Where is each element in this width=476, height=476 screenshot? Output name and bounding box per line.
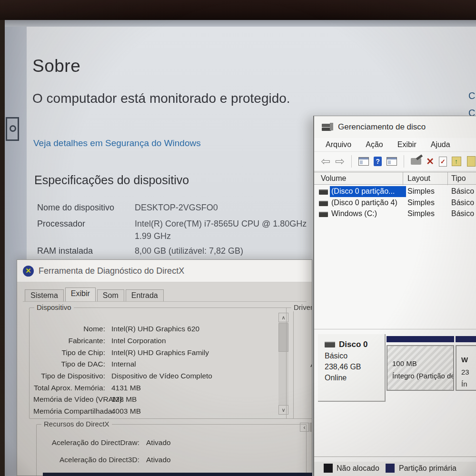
volume-type: Básico <box>451 187 474 196</box>
hscrollbar-thumb[interactable] <box>310 423 312 432</box>
volume-row-selected[interactable]: (Disco 0 partição... Simples Básico <box>314 186 476 198</box>
volume-layout: Simples <box>407 187 435 196</box>
toolbar-separator <box>404 155 404 168</box>
field-value: Intel(R) UHD Graphics 620 <box>111 325 199 333</box>
spec-value-device-name: DESKTOP-2VGSFO0 <box>135 203 218 213</box>
tab-som[interactable]: Som <box>97 289 124 301</box>
partition-name-fragment: W <box>461 354 476 366</box>
windows-security-link[interactable]: Veja detalhes em Segurança do Windows <box>33 138 201 149</box>
field-value: Intel(R) UHD Graphics Family <box>111 348 209 357</box>
tab-sistema[interactable]: Sistema <box>25 289 64 301</box>
menu-acao[interactable]: Ação <box>366 140 383 149</box>
tab-panel-border <box>23 301 307 302</box>
cropped-toolbar-icon[interactable] <box>467 156 476 167</box>
console-tree-icon[interactable] <box>358 157 369 166</box>
disk-management-window: Gerenciamento de disco Arquivo Ação Exib… <box>313 116 476 476</box>
dxdiag-titlebar[interactable]: ✕ Ferramenta de Diagnóstico do DirectX <box>17 260 312 282</box>
volume-name: (Disco 0 partição 4) <box>331 198 397 207</box>
legend-divider <box>314 456 476 457</box>
partition-status-fragment: Ín <box>461 378 476 390</box>
field-value: 4003 MB <box>111 407 141 416</box>
partition-box[interactable]: 100 MB Íntegro (Partição de S <box>387 345 454 391</box>
resource-value: Ativado <box>146 438 171 447</box>
delete-volume-icon[interactable]: ✕ <box>426 157 434 166</box>
disk0-info-panel[interactable]: Disco 0 Básico 238,46 GB Online <box>318 334 386 402</box>
resource-row: Aceleração do DirectDraw:Ativado <box>40 434 171 451</box>
device-groupbox: Dispositivo Nome:Intel(R) UHD Graphics 6… <box>29 307 294 419</box>
properties-check-icon[interactable] <box>439 157 447 167</box>
resource-label: Aceleração do Direct3D: <box>40 456 146 464</box>
disk-management-titlebar[interactable]: Gerenciamento de disco <box>314 116 476 138</box>
partition-color-bar <box>456 336 476 342</box>
security-status-text: O computador está monitorado e protegido… <box>32 89 308 107</box>
resource-label: Aceleração do DirectDraw: <box>40 438 146 447</box>
window-bottom-edge <box>43 473 312 476</box>
legend-unallocated-swatch <box>324 464 333 473</box>
partition-windows-c[interactable]: W 23 Ín <box>456 336 476 391</box>
volume-layout: Simples <box>407 198 435 207</box>
drivers-groupbox: Drivers Driv Assinado DDI Níveis Model ‹ <box>286 307 312 419</box>
dxdiag-window: ✕ Ferramenta de Diagnóstico do DirectX S… <box>17 259 312 476</box>
legend-primary-label: Partição primária <box>399 464 456 473</box>
volume-type: Básico <box>451 209 474 218</box>
menu-exibir[interactable]: Exibir <box>397 140 416 149</box>
back-icon[interactable]: ⇦ <box>321 156 330 167</box>
field-row: Fabricante:Intel Corporation <box>33 335 262 347</box>
volume-icon <box>319 201 328 206</box>
field-row: Tipo de Dispositivo:Dispositivo de Vídeo… <box>33 370 262 382</box>
volume-icon <box>319 212 328 217</box>
column-divider[interactable] <box>403 172 403 185</box>
partition-system-reserved[interactable]: 100 MB Íntegro (Partição de S <box>387 336 454 391</box>
volume-type: Básico <box>451 198 474 207</box>
column-tipo[interactable]: Tipo <box>451 174 466 183</box>
help-icon[interactable]: ? <box>374 157 382 166</box>
partition-box[interactable]: W 23 Ín <box>456 345 476 391</box>
field-row: Nome:Intel(R) UHD Graphics 620 <box>33 323 262 335</box>
device-group-label: Dispositivo <box>34 303 74 311</box>
disk-status: Online <box>325 374 385 382</box>
field-value: Intel Corporation <box>111 337 166 345</box>
menu-ajuda[interactable]: Ajuda <box>431 140 450 149</box>
disk-management-title: Gerenciamento de disco <box>338 122 426 132</box>
column-layout[interactable]: Layout <box>407 174 430 183</box>
partition-status: Íntegro (Partição de S <box>392 370 453 382</box>
clipped-link-fragment: C <box>468 90 475 101</box>
volume-row[interactable]: Windows (C:) Simples Básico <box>314 208 476 220</box>
field-row: Memória de Vídeo (VRAM):128 MB <box>33 394 262 406</box>
pane-divider[interactable] <box>314 329 476 329</box>
legend-unallocated-label: Não alocado <box>337 464 379 473</box>
open-up-icon[interactable] <box>452 157 461 166</box>
volume-name: Windows (C:) <box>331 209 377 218</box>
column-divider[interactable] <box>447 172 448 185</box>
menu-arquivo[interactable]: Arquivo <box>326 140 351 149</box>
volume-layout: Simples <box>407 209 435 218</box>
partition-size-fragment: 23 <box>461 366 476 378</box>
field-value: 128 MB <box>111 395 137 404</box>
spec-label: Processador <box>37 219 135 229</box>
column-volume[interactable]: Volume <box>321 174 346 183</box>
directx-resources-groupbox: Recursos do DirectX Aceleração do Direct… <box>36 424 307 476</box>
field-label: Tipo de Chip: <box>33 348 111 357</box>
disk-icon <box>325 342 335 347</box>
field-value: Internal <box>111 360 136 368</box>
tab-entrada[interactable]: Entrada <box>126 289 164 301</box>
field-label: Memória Compartilhada: <box>33 407 111 416</box>
dxdiag-title: Ferramenta de Diagnóstico do DirectX <box>39 266 184 276</box>
volume-icon <box>319 189 328 195</box>
forward-icon[interactable]: ⇨ <box>335 156 345 167</box>
volume-name: (Disco 0 partição... <box>331 187 395 196</box>
tab-exibir[interactable]: Exibir <box>65 288 96 301</box>
show-hide-icon[interactable] <box>387 157 397 166</box>
menubar: Arquivo Ação Exibir Ajuda <box>314 138 476 152</box>
resources-group-label: Recursos do DirectX <box>41 420 112 428</box>
disk-tool-icon[interactable] <box>411 158 421 165</box>
monitor-bezel <box>0 0 476 20</box>
volume-list-header: Volume Layout Tipo <box>314 172 476 185</box>
volume-row[interactable]: (Disco 0 partição 4) Simples Básico <box>314 198 476 209</box>
disk-management-icon <box>322 123 333 131</box>
resource-value: Ativado <box>146 456 171 464</box>
resource-row: Aceleração do Direct3D:Ativado <box>40 451 171 468</box>
spec-label: Nome do dispositivo <box>37 203 135 213</box>
field-row: Tipo de DAC:Internal <box>33 358 262 370</box>
driver-field-label: Assinado <box>310 360 312 369</box>
